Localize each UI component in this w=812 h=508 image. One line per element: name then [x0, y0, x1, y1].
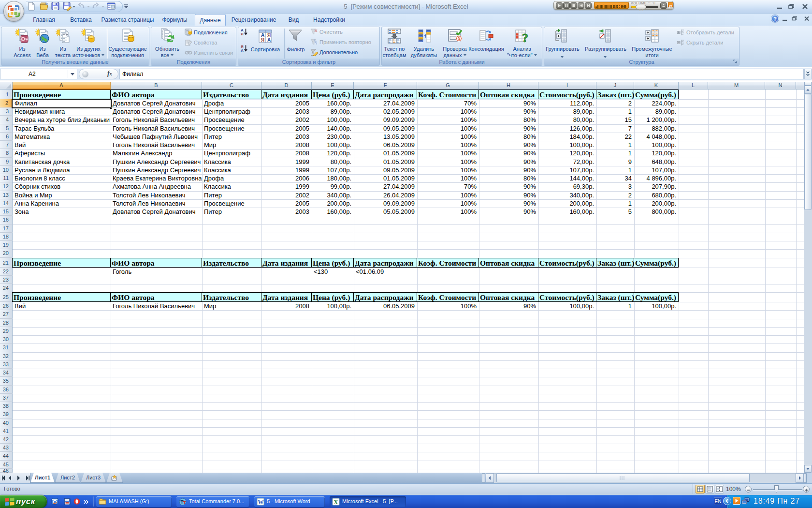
svg-text:А: А — [241, 48, 244, 52]
svg-text:03:00: 03:00 — [613, 4, 626, 9]
svg-text:Я: Я — [261, 37, 264, 43]
svg-text:X: X — [334, 499, 338, 506]
svg-text:Я: Я — [241, 32, 244, 36]
svg-text:?: ? — [522, 31, 528, 44]
svg-text:А: А — [267, 37, 271, 43]
svg-text:W: W — [258, 499, 264, 506]
